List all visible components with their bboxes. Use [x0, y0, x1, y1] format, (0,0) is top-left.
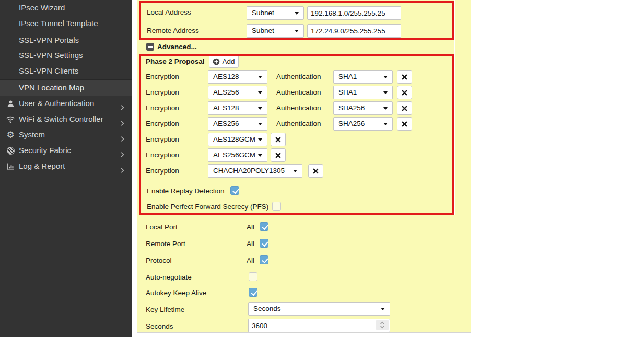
sidebar: IPsec Wizard IPsec Tunnel Template SSL-V… [0, 0, 132, 337]
encryption-label: Encryption [146, 120, 179, 127]
encryption-select[interactable]: AES128 [208, 101, 267, 115]
encryption-label: Encryption [146, 88, 179, 96]
pfs-checkbox[interactable] [272, 202, 281, 211]
sidebar-item-sslvpn-settings[interactable]: SSL-VPN Settings [0, 48, 132, 63]
local-port-all-checkbox[interactable] [260, 222, 268, 231]
chevron-right-icon [119, 163, 125, 169]
remote-address-input[interactable] [307, 24, 401, 38]
protocol-all-checkbox[interactable] [260, 255, 268, 264]
remote-port-all-checkbox[interactable] [260, 239, 268, 248]
sidebar-item-security-fabric[interactable]: Security Fabric [0, 143, 132, 158]
autokey-keep-alive-label: Autokey Keep Alive [146, 289, 206, 297]
security-fabric-icon [6, 146, 15, 155]
encryption-label: Encryption [146, 73, 179, 80]
encryption-label: Encryption [146, 135, 179, 143]
sidebar-item-ipsec-wizard[interactable]: IPsec Wizard [0, 0, 132, 16]
collapse-advanced-icon[interactable] [146, 43, 154, 51]
authentication-label: Authentication [276, 104, 321, 112]
encryption-select[interactable]: AES128GCM [208, 133, 267, 146]
authentication-select[interactable]: SHA1 [333, 86, 393, 99]
key-lifetime-label: Key Lifetime [146, 306, 184, 313]
remove-proposal-button[interactable] [308, 164, 323, 178]
gear-icon: ⚙ [6, 130, 15, 140]
local-address-label: Local Address [147, 8, 191, 16]
sidebar-item-vpn-location-map[interactable]: VPN Location Map [0, 79, 132, 96]
chevron-right-icon [119, 147, 125, 154]
sidebar-item-system[interactable]: ⚙ System [0, 127, 132, 143]
remove-proposal-button[interactable] [271, 148, 286, 162]
autokey-keep-alive-checkbox[interactable] [249, 288, 257, 297]
authentication-label: Authentication [276, 73, 321, 80]
authentication-select[interactable]: SHA256 [333, 101, 393, 115]
replay-detection-label: Enable Replay Detection [147, 187, 225, 195]
replay-detection-checkbox[interactable] [230, 186, 239, 195]
chevron-right-icon [119, 116, 125, 122]
remove-proposal-button[interactable] [397, 101, 412, 115]
plus-circle-icon [213, 58, 220, 65]
remote-address-type-select[interactable]: Subnet [247, 24, 304, 38]
remove-proposal-button[interactable] [397, 86, 412, 99]
phase2-proposal-label: Phase 2 Proposal [146, 57, 205, 65]
encryption-label: Encryption [146, 104, 179, 112]
encryption-select[interactable]: AES256GCM [208, 148, 267, 162]
local-port-label: Local Port [146, 223, 178, 231]
remote-port-all-label: All [247, 240, 254, 248]
protocol-all-label: All [247, 257, 254, 264]
sidebar-item-log-report[interactable]: Log & Report [0, 158, 132, 174]
spinner-down-icon [380, 325, 385, 329]
remove-proposal-button[interactable] [397, 70, 412, 84]
sidebar-item-wifi-switch-controller[interactable]: WiFi & Switch Controller [0, 111, 132, 127]
encryption-select[interactable]: CHACHA20POLY1305 [208, 164, 302, 178]
pfs-label: Enable Perfect Forward Secrecy (PFS) [147, 203, 268, 211]
number-spinner[interactable] [376, 320, 389, 330]
sidebar-item-user-authentication[interactable]: User & Authentication [0, 96, 132, 111]
authentication-label: Authentication [276, 88, 321, 96]
wifi-icon [6, 114, 15, 124]
chevron-right-icon [119, 100, 125, 107]
local-address-type-select[interactable]: Subnet [247, 6, 304, 20]
spinner-up-icon [380, 321, 385, 325]
remote-port-label: Remote Port [146, 240, 185, 248]
protocol-label: Protocol [146, 257, 172, 264]
remove-proposal-button[interactable] [271, 133, 286, 146]
advanced-toggle-label[interactable]: Advanced... [157, 43, 197, 51]
bar-chart-icon [6, 161, 15, 171]
encryption-select[interactable]: AES256 [208, 117, 267, 131]
encryption-label: Encryption [146, 151, 179, 159]
encryption-select[interactable]: AES128 [208, 70, 267, 84]
local-port-all-label: All [247, 223, 254, 231]
chevron-right-icon [119, 132, 125, 138]
auto-negotiate-label: Auto-negotiate [146, 273, 192, 281]
panel-divider-line [454, 0, 455, 215]
encryption-label: Encryption [146, 167, 179, 175]
remove-proposal-button[interactable] [397, 117, 412, 131]
auto-negotiate-checkbox[interactable] [249, 272, 257, 281]
encryption-select[interactable]: AES256 [208, 86, 267, 99]
sidebar-item-ipsec-tunnel-template[interactable]: IPsec Tunnel Template [0, 16, 132, 31]
seconds-label: Seconds [146, 322, 173, 330]
sidebar-item-sslvpn-portals[interactable]: SSL-VPN Portals [0, 32, 132, 48]
key-lifetime-select[interactable]: Seconds [248, 302, 390, 316]
authentication-select[interactable]: SHA256 [333, 117, 393, 131]
authentication-label: Authentication [276, 120, 321, 127]
user-icon [6, 99, 15, 108]
sidebar-item-sslvpn-clients[interactable]: SSL-VPN Clients [0, 63, 132, 79]
remote-address-label: Remote Address [147, 27, 199, 34]
authentication-select[interactable]: SHA1 [333, 70, 393, 84]
seconds-input[interactable] [248, 319, 390, 332]
seconds-field [248, 319, 390, 332]
add-proposal-button[interactable]: Add [209, 55, 239, 68]
local-address-input[interactable] [307, 6, 401, 20]
